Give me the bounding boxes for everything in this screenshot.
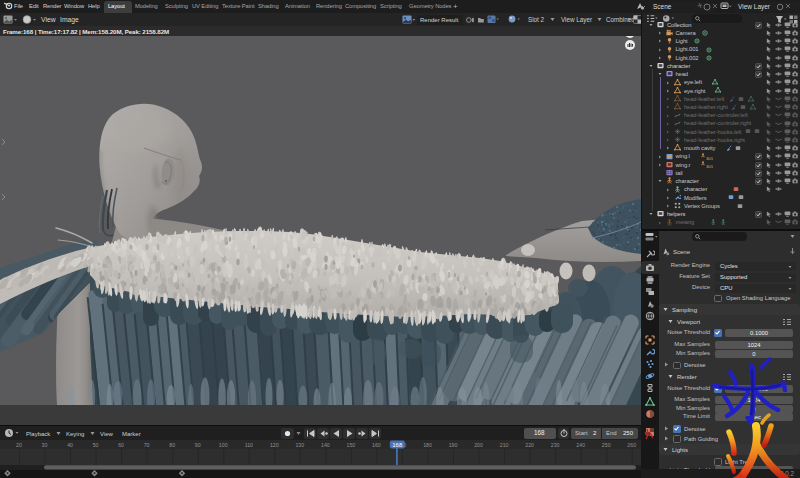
svg-text:70: 70 (144, 442, 150, 448)
svg-text:260: 260 (627, 442, 636, 448)
svg-text:168: 168 (392, 442, 403, 448)
svg-text:30: 30 (42, 442, 48, 448)
svg-text:20: 20 (16, 442, 22, 448)
svg-text:240: 240 (576, 442, 585, 448)
svg-text:60: 60 (118, 442, 124, 448)
svg-text:220: 220 (525, 442, 534, 448)
svg-text:230: 230 (551, 442, 560, 448)
svg-text:210: 210 (500, 442, 509, 448)
svg-text:200: 200 (474, 442, 483, 448)
svg-text:50: 50 (93, 442, 99, 448)
svg-text:190: 190 (449, 442, 458, 448)
svg-text:150: 150 (347, 442, 356, 448)
svg-text:40: 40 (67, 442, 73, 448)
svg-text:250: 250 (602, 442, 611, 448)
svg-text:140: 140 (321, 442, 330, 448)
svg-text:100: 100 (219, 442, 228, 448)
svg-text:110: 110 (245, 442, 253, 448)
svg-text:90: 90 (195, 442, 201, 448)
svg-text:160: 160 (372, 442, 381, 448)
svg-text:120: 120 (270, 442, 279, 448)
svg-text:80: 80 (169, 442, 175, 448)
svg-text:180: 180 (423, 442, 432, 448)
svg-text:130: 130 (295, 442, 304, 448)
